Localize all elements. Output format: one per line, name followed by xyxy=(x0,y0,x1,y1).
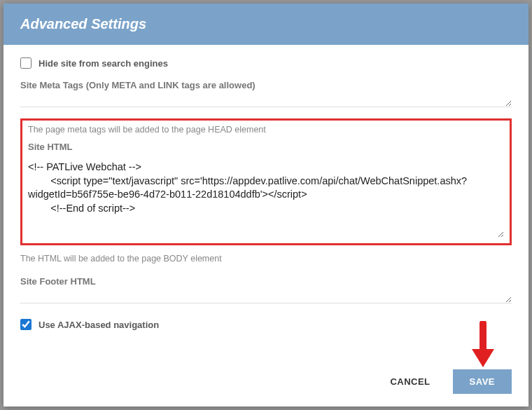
site-html-highlighted: The page meta tags will be added to the … xyxy=(20,118,512,245)
ajax-nav-row: Use AJAX-based navigation xyxy=(20,319,512,330)
modal-title: Advanced Settings xyxy=(20,16,512,32)
modal-footer: CANCEL SAVE xyxy=(4,361,528,406)
modal-header: Advanced Settings xyxy=(4,4,528,45)
ajax-nav-checkbox[interactable] xyxy=(20,319,31,330)
site-html-label: Site HTML xyxy=(28,142,504,152)
save-button[interactable]: SAVE xyxy=(453,369,512,394)
site-footer-label: Site Footer HTML xyxy=(20,276,512,287)
hide-search-row: Hide site from search engines xyxy=(20,57,512,69)
cancel-button[interactable]: CANCEL xyxy=(382,371,438,392)
advanced-settings-modal: Advanced Settings Hide site from search … xyxy=(4,4,528,406)
site-html-help: The HTML will be added to the page BODY … xyxy=(20,254,512,264)
site-footer-textarea[interactable] xyxy=(20,291,512,303)
meta-tags-textarea[interactable] xyxy=(20,95,512,107)
site-html-textarea[interactable] xyxy=(28,160,504,238)
hide-search-label[interactable]: Hide site from search engines xyxy=(38,58,168,69)
ajax-nav-label[interactable]: Use AJAX-based navigation xyxy=(38,320,159,330)
modal-body: Hide site from search engines Site Meta … xyxy=(4,45,528,361)
hide-search-checkbox[interactable] xyxy=(20,57,31,69)
meta-tags-label: Site Meta Tags (Only META and LINK tags … xyxy=(20,80,512,90)
meta-tags-help: The page meta tags will be added to the … xyxy=(28,125,504,135)
